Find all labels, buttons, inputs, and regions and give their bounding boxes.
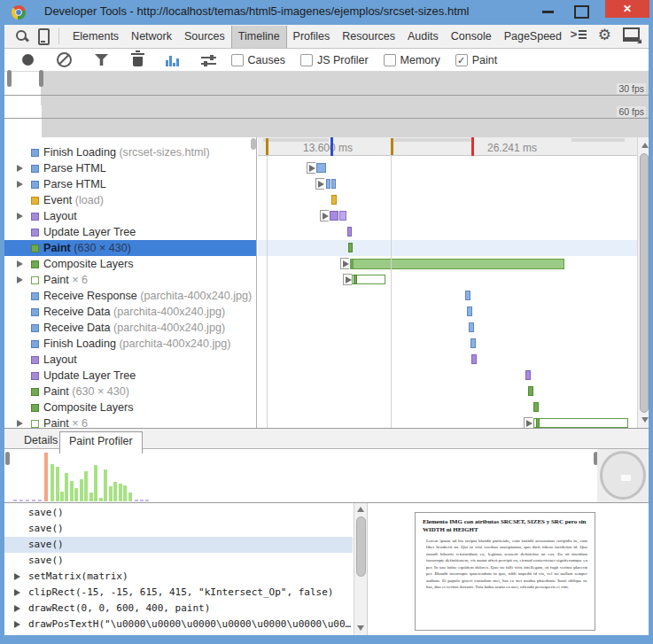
expand-arrow-icon[interactable] <box>309 165 315 172</box>
log-row[interactable]: save() <box>4 537 353 553</box>
expand-arrow-icon[interactable] <box>323 213 329 220</box>
record-row-paint[interactable]: Paint × 6 <box>4 272 257 288</box>
expand-arrow-icon[interactable] <box>318 181 324 188</box>
overview-left-handle[interactable] <box>7 70 12 87</box>
timeline-bar-green[interactable] <box>536 418 540 428</box>
expand-arrow-icon[interactable] <box>14 621 20 628</box>
record-row-paint[interactable]: Paint (630 × 430) <box>4 240 257 256</box>
record-row-composite-layers[interactable]: Composite Layers <box>4 400 257 415</box>
log-row[interactable]: clipRect(-15, -15, 615, 415, "kIntersect… <box>4 585 353 601</box>
record-row-layout[interactable]: Layout <box>4 352 257 368</box>
timeline-bar-purple[interactable] <box>347 227 352 237</box>
bar-expand-bracket[interactable] <box>524 417 533 428</box>
log-row[interactable]: setMatrix(matrix) <box>4 569 353 585</box>
expand-arrow-icon[interactable] <box>526 420 533 427</box>
record-row-paint[interactable]: Paint (630 × 430) <box>4 384 257 400</box>
graph-row[interactable] <box>258 176 637 192</box>
tab-elements[interactable]: Elements <box>66 26 125 48</box>
expand-arrow-icon[interactable] <box>17 181 23 188</box>
overview-right-handle[interactable] <box>39 70 43 87</box>
bar-expand-bracket[interactable] <box>315 178 324 190</box>
timeline-bar-blue[interactable] <box>326 179 330 189</box>
record-row-finish-loading[interactable]: Finish Loading (parchita-400x240.jpg) <box>4 336 257 352</box>
record-row-receive-data[interactable]: Receive Data (parchita-400x240.jpg) <box>4 320 257 336</box>
expand-arrow-icon[interactable] <box>14 605 20 612</box>
record-row-update-layer-tree[interactable]: Update Layer Tree <box>4 224 257 240</box>
checkbox-js-profiler[interactable]: JS Profiler <box>300 54 369 66</box>
timeline-bar-purple[interactable] <box>525 370 531 380</box>
tab-timeline[interactable]: Timeline <box>231 26 287 48</box>
checkbox-box[interactable] <box>384 54 396 66</box>
tab-profiles[interactable]: Profiles <box>287 26 337 48</box>
log-row[interactable]: drawRect(0, 0, 600, 400, paint) <box>4 601 353 617</box>
tab-console[interactable]: Console <box>445 26 498 48</box>
checkbox-box[interactable] <box>231 54 244 66</box>
trash-icon[interactable] <box>133 57 143 66</box>
record-row-paint[interactable]: Paint × 6 <box>4 415 257 428</box>
graph-row[interactable] <box>258 160 637 176</box>
graph-row[interactable] <box>258 415 637 428</box>
timeline-bar-blue[interactable] <box>470 338 476 348</box>
record-row-parse-html[interactable]: Parse HTML <box>4 160 257 176</box>
bar-expand-bracket[interactable] <box>340 258 349 269</box>
timeline-bar-green[interactable] <box>533 402 539 412</box>
log-scrollbar[interactable] <box>354 503 367 635</box>
record-list-scrollbar[interactable] <box>251 138 256 150</box>
profiler-left-handle[interactable] <box>5 452 10 465</box>
expand-arrow-icon[interactable] <box>17 276 23 283</box>
graph-row[interactable] <box>258 272 637 288</box>
timeline-bar-orange[interactable] <box>331 195 337 205</box>
log-row[interactable]: save() <box>4 505 353 521</box>
bar-expand-bracket[interactable] <box>320 210 329 221</box>
record-row-parse-html[interactable]: Parse HTML <box>4 176 257 192</box>
record-button[interactable] <box>22 54 34 66</box>
expand-arrow-icon[interactable] <box>14 589 20 596</box>
timeline-bar-purple2[interactable] <box>339 211 346 221</box>
inspect-icon[interactable] <box>15 29 29 43</box>
bar-expand-bracket[interactable] <box>343 274 352 285</box>
checkbox-causes[interactable]: Causes <box>231 54 285 66</box>
settings-gear-icon[interactable]: ⚙ <box>598 27 611 42</box>
timeline-bar-purple[interactable] <box>471 354 477 364</box>
log-row[interactable]: save() <box>4 521 353 537</box>
console-drawer-icon[interactable]: > <box>571 27 587 42</box>
log-row[interactable]: drawPosTextH("\u0000\u0000\u0000\u0000\u… <box>4 632 353 635</box>
graph-row[interactable] <box>258 256 637 272</box>
checkbox-box[interactable] <box>300 54 313 66</box>
expand-arrow-icon[interactable] <box>14 573 20 580</box>
tab-audits[interactable]: Audits <box>401 26 445 48</box>
timeline-bar-greenlong[interactable] <box>350 259 564 269</box>
graph-row[interactable] <box>258 336 637 352</box>
timeline-bar-purple[interactable] <box>330 211 338 221</box>
graph-row[interactable] <box>258 304 637 320</box>
timeline-bar-green[interactable] <box>528 386 533 396</box>
record-row-update-layer-tree[interactable]: Update Layer Tree <box>4 368 257 384</box>
timeline-bar-green[interactable] <box>348 243 353 252</box>
record-row-receive-data[interactable]: Receive Data (parchita-400x240.jpg) <box>4 304 257 320</box>
timeline-bar-green[interactable] <box>354 275 357 284</box>
graph-row[interactable] <box>258 240 637 256</box>
expand-arrow-icon[interactable] <box>17 165 23 172</box>
graph-row[interactable] <box>258 224 637 240</box>
timeline-bar-blue[interactable] <box>469 322 474 332</box>
clear-button[interactable] <box>57 52 72 67</box>
memory-view-icon[interactable] <box>201 55 216 66</box>
filter-icon[interactable] <box>95 54 108 66</box>
timeline-bar-outline[interactable] <box>533 418 628 428</box>
dock-side-icon[interactable] <box>623 27 640 42</box>
graph-row[interactable] <box>258 384 637 400</box>
tab-paint-profiler[interactable]: Paint Profiler <box>59 431 143 454</box>
title-bar[interactable]: Developer Tools - http://localhost/temas… <box>0 0 653 25</box>
device-mode-icon[interactable] <box>38 28 50 45</box>
graph-row[interactable] <box>258 320 637 336</box>
graph-row[interactable] <box>258 400 637 415</box>
record-row-finish-loading[interactable]: Finish Loading (srcset-sizes.html) <box>4 144 257 160</box>
frames-view-icon[interactable] <box>166 54 179 66</box>
graph-scrollbar[interactable] <box>637 137 649 428</box>
log-row[interactable]: save() <box>4 553 353 569</box>
record-row-layout[interactable]: Layout <box>4 208 257 224</box>
bar-expand-bracket[interactable] <box>307 162 315 174</box>
record-row-composite-layers[interactable]: Composite Layers <box>4 256 257 272</box>
expand-arrow-icon[interactable] <box>17 420 23 427</box>
checkbox-paint[interactable]: ✓Paint <box>455 54 498 66</box>
